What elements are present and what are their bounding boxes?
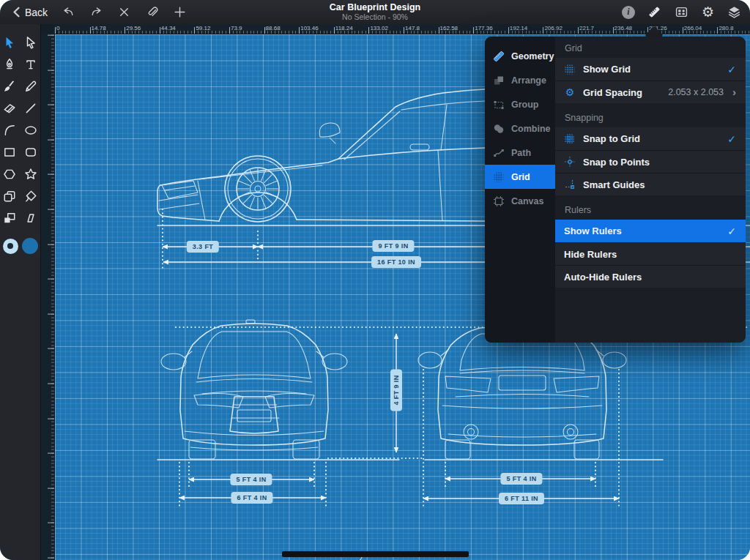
geometry-settings-button[interactable] <box>647 5 662 20</box>
ruler-major-ticks <box>48 34 54 560</box>
ruler-label: 177.36 <box>475 25 492 31</box>
text-tool[interactable] <box>23 56 39 72</box>
ellipse-icon <box>24 124 37 137</box>
tab-label: Combine <box>511 124 550 134</box>
line-tool[interactable] <box>23 100 39 116</box>
tab-combine[interactable]: Combine <box>485 116 555 141</box>
brush-icon <box>3 80 16 93</box>
menu-item-label: Show Rulers <box>564 225 622 236</box>
ruler-label: 206.92 <box>544 25 562 31</box>
menu-item-label: Smart Guides <box>583 179 645 190</box>
menu-item-smart-guides[interactable]: Smart Guides <box>555 173 746 195</box>
ruler-label: 133.02 <box>41 324 42 348</box>
settings-button[interactable]: ⚙ <box>702 5 714 19</box>
brush-tool[interactable] <box>1 78 18 94</box>
pen-tool[interactable] <box>1 56 18 72</box>
back-button[interactable]: Back <box>9 5 48 20</box>
ruler-label: 44.34 <box>161 25 176 31</box>
menu-item-show-grid[interactable]: Show Grid✓ <box>555 58 746 81</box>
line-icon <box>24 102 37 115</box>
tab-geometry[interactable]: Geometry <box>485 44 555 68</box>
pencil-tool[interactable] <box>23 78 39 94</box>
ruler-label: 221.7 <box>41 533 42 558</box>
arc-tool[interactable] <box>1 122 18 138</box>
add-button[interactable] <box>172 5 187 20</box>
ruler-major-ticks <box>41 27 750 34</box>
ruler-label: 88.68 <box>41 219 42 244</box>
ruler-label: 59.12 <box>196 25 210 31</box>
delete-button[interactable] <box>116 5 131 20</box>
tab-arrange[interactable]: Arrange <box>485 68 555 92</box>
dimension-label[interactable]: 3.3 FT <box>187 241 219 253</box>
arrange-icon <box>493 75 505 86</box>
ruler-label: 236.48 <box>615 25 632 31</box>
ruler-label: 14.78 <box>41 45 42 70</box>
star-icon <box>24 168 37 181</box>
polygon-tool[interactable] <box>1 166 18 182</box>
ruler-label: 88.68 <box>266 25 281 31</box>
info-button[interactable]: i <box>622 6 635 19</box>
eraser-tool[interactable] <box>1 100 18 116</box>
ruler-label: 280.8 <box>719 25 733 31</box>
back-label: Back <box>25 7 48 18</box>
ruler-label: 162.58 <box>440 25 458 31</box>
ruler-corner <box>41 24 55 34</box>
parallelogram-icon <box>24 212 37 225</box>
ruler-label: 14.78 <box>92 25 106 31</box>
menu-item-show-rulers[interactable]: Show Rulers✓ <box>555 220 746 242</box>
artboards-button[interactable] <box>675 5 689 20</box>
selection-status: No Selection - 90% <box>342 12 408 21</box>
rectangle-tool[interactable] <box>1 144 18 160</box>
ruler-label: 73.9 <box>231 25 242 31</box>
attachment-button[interactable] <box>144 5 159 20</box>
checkmark-icon: ✓ <box>727 225 736 237</box>
ruler-label: 162.58 <box>41 393 42 418</box>
layers-button[interactable] <box>727 5 741 20</box>
dimension-label[interactable]: 6 FT 11 IN <box>499 493 544 504</box>
menu-item-hide-rulers[interactable]: Hide Rulers <box>555 242 746 265</box>
parallelogram-tool[interactable] <box>23 210 39 226</box>
menu-item-auto-hide-rulers[interactable]: Auto-Hide Rulers <box>555 265 746 288</box>
menu-item-snap-to-points[interactable]: Snap to Points <box>555 150 746 173</box>
tab-label: Canvas <box>511 196 543 206</box>
dimension-label[interactable]: 6 FT 4 IN <box>231 492 272 504</box>
dimension-label[interactable]: 4 FT 9 IN <box>390 369 402 411</box>
dimension-label[interactable]: 5 FT 4 IN <box>230 474 272 485</box>
redo-button[interactable] <box>89 5 103 20</box>
menu-item-label: Show Grid <box>583 64 631 75</box>
ruler-label: 206.92 <box>41 498 42 523</box>
tab-grid[interactable]: Grid <box>485 165 555 189</box>
move-tool[interactable] <box>1 34 18 51</box>
tab-path[interactable]: Path <box>485 141 555 165</box>
checkmark-icon: ✓ <box>727 133 736 145</box>
ruler-label: 133.02 <box>370 25 387 31</box>
tab-group[interactable]: Group <box>485 92 555 116</box>
ruler-label: 73.9 <box>41 184 42 209</box>
pen-icon <box>3 58 16 71</box>
menu-item-grid-spacing[interactable]: ⚙Grid Spacing2.053 x 2.053› <box>555 81 746 103</box>
star-tool[interactable] <box>23 166 39 182</box>
section-header: Rulers <box>555 195 746 220</box>
text-icon <box>24 58 37 71</box>
dimension-label[interactable]: 9 FT 9 IN <box>372 240 414 252</box>
duplicate-tool[interactable] <box>1 188 18 204</box>
eraser-icon <box>3 102 16 115</box>
tab-canvas[interactable]: Canvas <box>485 189 555 213</box>
section-header: Snapping <box>555 103 746 127</box>
ruler-label: 147.8 <box>405 25 420 31</box>
layout-tool[interactable] <box>1 210 18 226</box>
arc-icon <box>3 124 16 137</box>
fill-color-well[interactable] <box>22 238 38 254</box>
ruler-label: 192.14 <box>41 463 42 488</box>
combine-icon <box>493 123 505 135</box>
dimension-label[interactable]: 16 FT 10 IN <box>371 256 421 268</box>
stroke-color-well[interactable] <box>3 239 18 254</box>
direct-select-tool[interactable] <box>23 34 39 51</box>
dimension-label[interactable]: 5 FT 4 IN <box>500 473 542 485</box>
freeform-tool[interactable] <box>23 188 39 204</box>
ruler-label: 177.36 <box>41 428 42 453</box>
ellipse-tool[interactable] <box>23 122 39 138</box>
undo-button[interactable] <box>61 5 75 20</box>
rounded-rectangle-tool[interactable] <box>23 144 39 160</box>
menu-item-snap-to-grid[interactable]: Snap to Grid✓ <box>555 127 746 150</box>
